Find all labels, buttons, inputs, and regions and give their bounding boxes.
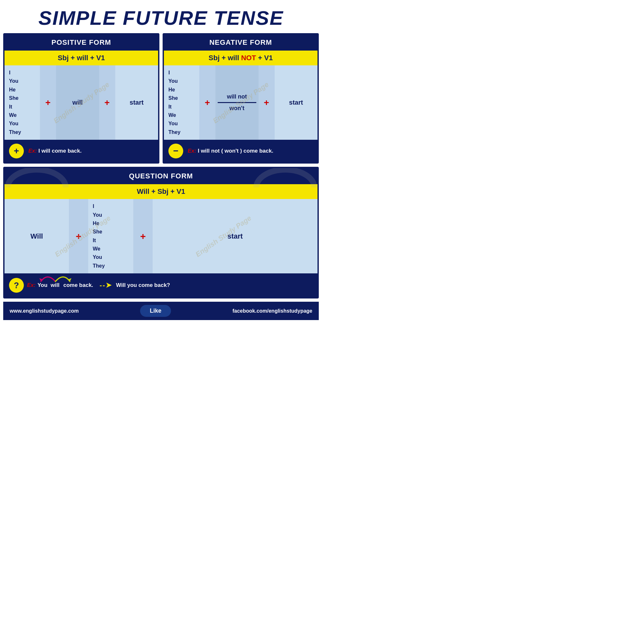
negative-v1: start (275, 65, 318, 140)
neg-subject-you2: You (168, 119, 195, 128)
negative-subjects: I You He She It We You They (164, 65, 199, 140)
neg-divider (218, 102, 256, 103)
neg-subject-it: It (168, 103, 195, 111)
negative-form-header: NEGATIVE FORM (164, 34, 317, 51)
positive-ex-label: Ex: (28, 148, 37, 154)
question-header: QUESTION FORM (5, 168, 317, 184)
positive-formula: Sbj + will + V1 (5, 51, 158, 65)
page: SIMPLE FUTURE TENSE POSITIVE FORM Sbj + … (0, 0, 322, 322)
positive-will: will (56, 65, 99, 140)
question-ex-label: Ex: (27, 282, 35, 289)
subject-he: He (9, 86, 35, 94)
footer-url-right: facebook.com/englishstudypage (232, 308, 312, 314)
positive-example-bar: + Ex: I will come back. (5, 140, 158, 162)
negative-ex-sentence: I will not ( won't ) come back. (198, 148, 273, 154)
q-subject-i: I (93, 202, 129, 211)
negative-example-bar: − Ex: I will not ( won't ) come back. (164, 140, 317, 162)
negative-content: English Study Page I You He She It We Yo… (164, 65, 317, 140)
q-subject-you1: You (93, 211, 129, 219)
positive-example-text: Ex: I will come back. (28, 148, 81, 154)
positive-ex-sentence: I will come back. (38, 148, 81, 154)
question-example-bar: ? Ex: You will come (5, 273, 317, 297)
arrow-right: - - ➤ (99, 281, 111, 289)
q-subject-they: They (93, 262, 129, 270)
footer: www.englishstudypage.com Like facebook.c… (3, 302, 319, 320)
subject-she: She (9, 94, 35, 102)
arch-left-svg (5, 168, 69, 187)
svg-point-1 (256, 170, 314, 187)
neg-formula-pre: Sbj + will (209, 54, 241, 62)
will-not-text: will not (227, 93, 247, 100)
footer-like-button[interactable]: Like (140, 305, 171, 317)
top-row: POSITIVE FORM Sbj + will + V1 English St… (3, 33, 319, 164)
positive-v1: start (115, 65, 158, 140)
svg-marker-2 (39, 278, 43, 281)
subject-we: We (9, 111, 35, 119)
q-subject-she: She (93, 228, 129, 236)
positive-subjects: I You He She It We You They (5, 65, 40, 140)
question-plus1: + (69, 199, 88, 273)
arch-right-svg (253, 168, 317, 187)
subject-it: It (9, 103, 35, 111)
q-subject-it: It (93, 236, 129, 245)
positive-form-header: POSITIVE FORM (5, 34, 158, 51)
q-subject-he: He (93, 219, 129, 228)
question-subjects: I You He She It We You They (88, 199, 133, 273)
question-will: Will (5, 199, 69, 273)
svg-marker-3 (68, 278, 71, 281)
positive-plus2: + (99, 65, 115, 140)
negative-plus2: + (259, 65, 275, 140)
question-section: QUESTION FORM Will + Sbj + V1 English St… (3, 167, 319, 298)
negative-plus1: + (199, 65, 215, 140)
arch-arrow-svg (36, 272, 75, 283)
wont-text: won't (230, 105, 244, 112)
negative-form-box: NEGATIVE FORM Sbj + will NOT + V1 Englis… (163, 33, 319, 164)
negative-example-text: Ex: I will not ( won't ) come back. (188, 148, 273, 154)
come-back-text: come back. (63, 282, 93, 289)
negative-ex-label: Ex: (188, 148, 196, 154)
neg-formula-red: NOT (241, 54, 256, 62)
footer-url-left: www.englishstudypage.com (10, 308, 79, 314)
positive-plus1: + (40, 65, 56, 140)
negative-circle: − (168, 144, 183, 158)
you-word: You (37, 282, 47, 289)
neg-subject-you1: You (168, 77, 195, 85)
q-subject-we: We (93, 245, 129, 253)
question-content: English Study Page English Study Page Wi… (5, 199, 317, 273)
neg-subject-i: I (168, 69, 195, 77)
neg-subject-he: He (168, 86, 195, 94)
subject-i: I (9, 69, 35, 77)
negative-formula: Sbj + will NOT + V1 (164, 51, 317, 65)
will-you-text: Will you come back? (116, 282, 170, 289)
question-start: start (153, 199, 317, 273)
neg-subject-we: We (168, 111, 195, 119)
negative-verb-col: will not won't (215, 65, 259, 140)
q-subject-you2: You (93, 253, 129, 261)
you-will-box: You will (37, 282, 59, 289)
subject-you1: You (9, 77, 35, 85)
main-title: SIMPLE FUTURE TENSE (3, 3, 319, 33)
question-plus2: + (133, 199, 153, 273)
question-example-content: Ex: You will come back. (27, 281, 313, 289)
subject-they: They (9, 128, 35, 137)
svg-point-0 (8, 170, 66, 187)
neg-subject-they: They (168, 128, 195, 137)
subject-you2: You (9, 119, 35, 128)
positive-content: English Study Page I You He She It We Yo… (5, 65, 158, 140)
positive-form-box: POSITIVE FORM Sbj + will + V1 English St… (3, 33, 159, 164)
will-word: will (51, 282, 59, 289)
positive-circle: + (9, 144, 24, 158)
question-circle: ? (9, 278, 24, 293)
neg-subject-she: She (168, 94, 195, 102)
question-header-text: QUESTION FORM (129, 172, 193, 180)
neg-formula-post: + V1 (256, 54, 273, 62)
dashed-arrow-icon: - - ➤ (99, 281, 111, 289)
